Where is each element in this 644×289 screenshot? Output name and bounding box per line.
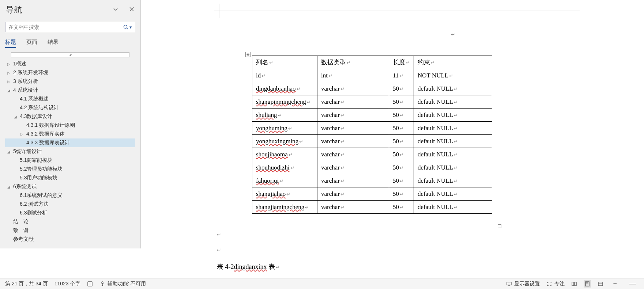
outline-item[interactable]: 结 论 <box>5 217 135 226</box>
document-area[interactable]: ↵ ✥ 列名↵ 数据类型↵ 长度↵ 约束↵ id↵int↵11↵NOT NULL… <box>141 0 644 278</box>
cell-length[interactable]: 50↵ <box>389 161 414 174</box>
outline-item[interactable]: 4.1 系统概述 <box>5 95 135 103</box>
table-resize-handle[interactable] <box>498 224 501 228</box>
cell-length[interactable]: 50↵ <box>389 135 414 148</box>
outline-item[interactable]: 4.2 系统结构设计 <box>5 103 135 112</box>
cell-data-type[interactable]: varchar↵ <box>317 187 389 201</box>
cell-length[interactable]: 50↵ <box>389 82 414 95</box>
search-input[interactable] <box>5 23 120 31</box>
close-icon[interactable] <box>129 6 135 14</box>
page-count[interactable]: 第 21 页，共 34 页 <box>5 281 48 287</box>
outline-item[interactable]: ◢4 系统设计 <box>5 86 135 95</box>
cell-data-type[interactable]: varchar↵ <box>317 109 389 122</box>
cell-length[interactable]: 50↵ <box>389 201 414 214</box>
cell-length[interactable]: 50↵ <box>389 187 414 201</box>
header-column-name[interactable]: 列名↵ <box>252 56 317 69</box>
database-schema-table[interactable]: 列名↵ 数据类型↵ 长度↵ 约束↵ id↵int↵11↵NOT NULL↵din… <box>252 56 492 214</box>
word-count[interactable]: 11023 个字 <box>54 281 80 287</box>
cell-constraint[interactable]: default NULL↵ <box>414 174 492 187</box>
cell-data-type[interactable]: varchar↵ <box>317 122 389 135</box>
cell-constraint[interactable]: default NULL↵ <box>414 201 492 214</box>
cell-column-name[interactable]: fahuoriqi↵ <box>252 174 317 187</box>
outline-item[interactable]: ◢6系统测试 <box>5 182 135 191</box>
outline-item[interactable]: ▷3 系统分析 <box>5 77 135 86</box>
cell-length[interactable]: 50↵ <box>389 109 414 122</box>
header-length[interactable]: 长度↵ <box>389 56 414 69</box>
cell-constraint[interactable]: default NULL↵ <box>414 161 492 174</box>
tree-toggle-icon[interactable]: ◢ <box>7 185 11 189</box>
outline-item[interactable]: 4.3.1 数据库设计原则 <box>5 121 135 130</box>
table-caption[interactable]: 表 4-2dingdanxinx 表↵ <box>217 262 280 271</box>
cell-length[interactable]: 50↵ <box>389 95 414 109</box>
cell-column-name[interactable]: id↵ <box>252 69 317 82</box>
cell-length[interactable]: 50↵ <box>389 174 414 187</box>
outline-item[interactable]: 6.1系统测试的意义 <box>5 191 135 200</box>
table-move-handle[interactable]: ✥ <box>245 52 251 57</box>
outline-item[interactable]: 5.1商家能模块 <box>5 156 135 165</box>
cell-constraint[interactable]: default NULL↵ <box>414 187 492 201</box>
tree-toggle-icon[interactable]: ▷ <box>7 62 11 66</box>
cell-data-type[interactable]: varchar↵ <box>317 135 389 148</box>
tab-pages[interactable]: 页面 <box>26 39 37 48</box>
tab-headings[interactable]: 标题 <box>5 39 16 48</box>
web-layout-icon[interactable] <box>598 281 603 287</box>
outline-item[interactable]: ▷4.3.2 数据库实体 <box>5 130 135 138</box>
cell-data-type[interactable]: varchar↵ <box>317 161 389 174</box>
cell-column-name[interactable]: shouhuodizhi↵ <box>252 161 317 174</box>
cell-data-type[interactable]: varchar↵ <box>317 82 389 95</box>
print-layout-icon[interactable] <box>584 280 591 288</box>
tree-toggle-icon[interactable]: ▷ <box>20 132 24 136</box>
read-mode-icon[interactable] <box>571 281 577 287</box>
search-box[interactable]: ▾ <box>5 22 135 32</box>
cell-column-name[interactable]: yonghuming↵ <box>252 122 317 135</box>
tree-toggle-icon[interactable]: ◢ <box>7 88 11 92</box>
outline-item[interactable]: 5.2管理员功能模块 <box>5 165 135 174</box>
cell-column-name[interactable]: dingdanbianhao↵ <box>252 82 317 95</box>
outline-item[interactable]: 4.3.3 数据库表设计 <box>5 138 135 147</box>
outline-item[interactable]: ◢4.3数据库设计 <box>5 112 135 121</box>
cell-constraint[interactable]: default NULL↵ <box>414 95 492 109</box>
outline-item[interactable]: ◢5统详细设计 <box>5 147 135 156</box>
cell-data-type[interactable]: varchar↵ <box>317 174 389 187</box>
cell-column-name[interactable]: shoujihaoma↵ <box>252 148 317 161</box>
outline-level-bar[interactable]: ▴▾ <box>11 52 129 57</box>
tree-toggle-icon[interactable]: ▷ <box>7 71 11 75</box>
cell-constraint[interactable]: NOT NULL↵ <box>414 69 492 82</box>
cell-column-name[interactable]: shangjiamingcheng↵ <box>252 201 317 214</box>
cell-data-type[interactable]: int↵ <box>317 69 389 82</box>
accessibility-status[interactable]: 辅助功能: 不可用 <box>99 281 146 287</box>
cell-constraint[interactable]: default NULL↵ <box>414 109 492 122</box>
cell-length[interactable]: 50↵ <box>389 122 414 135</box>
focus-mode-button[interactable]: 专注 <box>546 281 565 287</box>
header-data-type[interactable]: 数据类型↵ <box>317 56 389 69</box>
cell-length[interactable]: 50↵ <box>389 148 414 161</box>
tree-toggle-icon[interactable]: ▷ <box>7 80 11 84</box>
cell-length[interactable]: 11↵ <box>389 69 414 82</box>
cell-constraint[interactable]: default NULL↵ <box>414 122 492 135</box>
tab-results[interactable]: 结果 <box>48 39 59 48</box>
outline-item[interactable]: 参考文献 <box>5 235 135 244</box>
tree-toggle-icon[interactable]: ◢ <box>13 115 18 119</box>
outline-item[interactable]: 6.3测试分析 <box>5 209 135 217</box>
display-settings-button[interactable]: 显示器设置 <box>506 281 540 287</box>
tree-toggle-icon[interactable]: ◢ <box>7 150 11 154</box>
outline-item[interactable]: ▷1概述 <box>5 60 135 68</box>
cell-data-type[interactable]: varchar↵ <box>317 148 389 161</box>
cell-column-name[interactable]: shangjiahao↵ <box>252 187 317 201</box>
cell-column-name[interactable]: yonghuxingming↵ <box>252 135 317 148</box>
cell-constraint[interactable]: default NULL↵ <box>414 135 492 148</box>
outline-item[interactable]: 致 谢 <box>5 226 135 235</box>
header-constraint[interactable]: 约束↵ <box>414 56 492 69</box>
cell-constraint[interactable]: default NULL↵ <box>414 148 492 161</box>
cell-data-type[interactable]: varchar↵ <box>317 201 389 214</box>
outline-item[interactable]: 5.3用户功能模块 <box>5 174 135 182</box>
cell-constraint[interactable]: default NULL↵ <box>414 82 492 95</box>
cell-column-name[interactable]: shuliang↵ <box>252 109 317 122</box>
cell-data-type[interactable]: varchar↵ <box>317 95 389 109</box>
outline-item[interactable]: 6.2 测试方法 <box>5 200 135 209</box>
language-icon[interactable] <box>87 281 93 287</box>
zoom-out-button[interactable]: − <box>610 280 620 288</box>
search-button[interactable]: ▾ <box>120 24 135 30</box>
collapse-icon[interactable] <box>113 6 118 14</box>
outline-item[interactable]: ▷2 系统开发环境 <box>5 68 135 77</box>
